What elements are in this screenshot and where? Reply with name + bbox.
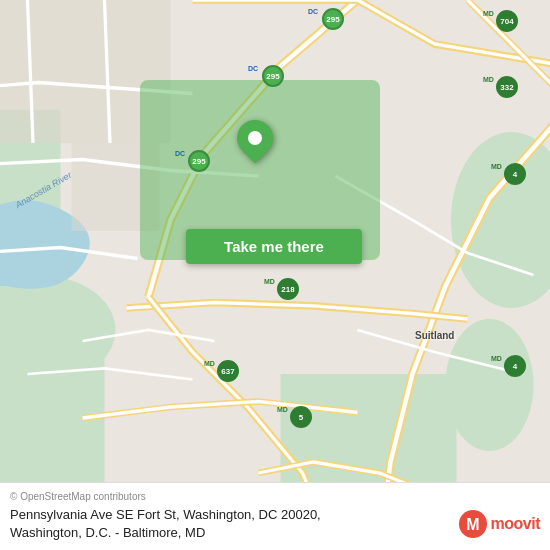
pin-inner: [248, 131, 262, 145]
address-line1: Pennsylvania Ave SE Fort St, Washington,…: [10, 507, 321, 522]
svg-text:M: M: [466, 516, 479, 533]
take-me-there-button[interactable]: Take me there: [186, 229, 362, 264]
copyright-text: © OpenStreetMap contributors: [10, 491, 540, 502]
pin-body: [230, 113, 281, 164]
copyright-label: © OpenStreetMap contributors: [10, 491, 146, 502]
moovit-text: moovit: [491, 515, 540, 533]
map-background: [0, 0, 550, 550]
svg-point-2: [446, 319, 534, 451]
moovit-icon: M: [459, 510, 487, 538]
moovit-logo: M moovit: [459, 510, 540, 538]
bottom-bar-content: Pennsylvania Ave SE Fort St, Washington,…: [10, 506, 540, 542]
address-line2: Washington, D.C. - Baltimore, MD: [10, 525, 205, 540]
bottom-bar: © OpenStreetMap contributors Pennsylvani…: [0, 482, 550, 550]
map-container: 295 DC 295 DC 295 DC 704 MD 332 MD 4 MD …: [0, 0, 550, 550]
svg-rect-8: [72, 143, 160, 231]
svg-rect-7: [0, 0, 171, 143]
address-text: Pennsylvania Ave SE Fort St, Washington,…: [10, 506, 451, 542]
location-pin: [237, 120, 273, 156]
